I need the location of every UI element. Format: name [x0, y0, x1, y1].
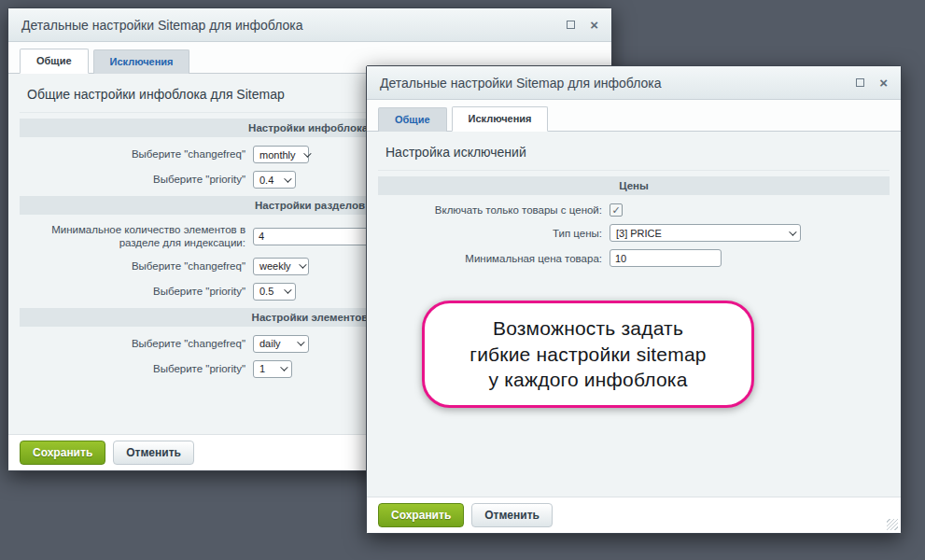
chevron-down-icon — [303, 149, 311, 157]
field-label: Выберите "changefreq" — [20, 337, 253, 350]
only-with-price-checkbox[interactable]: ✓ — [610, 203, 623, 217]
price-type-select[interactable]: [3] PRICE — [610, 224, 801, 242]
changefreq-select[interactable]: daily — [253, 335, 309, 353]
field-label: Минимальное количество элементов в разде… — [20, 223, 253, 250]
chevron-down-icon — [284, 175, 291, 182]
dialog-footer: Сохранить Отменить — [367, 497, 901, 533]
cancel-button[interactable]: Отменить — [113, 441, 194, 465]
field-label: Минимальная цена товара: — [378, 252, 610, 265]
priority-select[interactable]: 0.4 — [253, 171, 296, 189]
chevron-down-icon — [299, 261, 306, 269]
dialog-title: Детальные настройки Sitemap для инфоблок… — [380, 76, 662, 91]
field-row: Тип цены: [3] PRICE — [378, 224, 890, 242]
field-label: Выберите "priority" — [20, 285, 253, 298]
select-value: weekly — [259, 260, 291, 272]
field-label: Выберите "changefreq" — [20, 259, 253, 273]
priority-select[interactable]: 0.5 — [253, 283, 296, 301]
tab-general[interactable]: Общие — [378, 107, 447, 132]
changefreq-select[interactable]: weekly — [253, 258, 309, 275]
select-value: 1 — [259, 363, 265, 374]
field-label: Тип цены: — [378, 227, 610, 240]
page-title: Настройка исключений — [378, 139, 890, 171]
save-button[interactable]: Сохранить — [20, 441, 105, 465]
close-icon[interactable]: × — [590, 18, 598, 32]
close-icon[interactable]: × — [879, 76, 888, 90]
section-header-prices: Цены — [378, 176, 890, 195]
select-value: [3] PRICE — [616, 228, 662, 239]
min-price-input[interactable] — [610, 249, 722, 267]
maximize-icon[interactable] — [567, 21, 575, 29]
select-value: 0.5 — [259, 286, 273, 297]
tab-exclusions[interactable]: Исключения — [452, 106, 549, 132]
cancel-button[interactable]: Отменить — [471, 503, 553, 527]
field-label: Выберите "changefreq" — [20, 147, 253, 161]
priority-select[interactable]: 1 — [253, 360, 292, 378]
select-value: 0.4 — [259, 175, 273, 186]
field-label: Включать только товары с ценой: — [378, 203, 610, 217]
callout-line: гибкие настройки sitemap — [470, 342, 706, 368]
chevron-down-icon — [284, 287, 291, 294]
annotation-callout: Возможность задать гибкие настройки site… — [422, 301, 754, 408]
dialog-titlebar[interactable]: Детальные настройки Sitemap для инфоблок… — [367, 66, 901, 100]
chevron-down-icon — [297, 339, 304, 346]
dialog-title: Детальные настройки Sitemap для инфоблок… — [21, 18, 303, 33]
resize-grip[interactable] — [887, 519, 898, 530]
tab-exclusions[interactable]: Исключения — [93, 49, 190, 74]
chevron-down-icon — [280, 364, 287, 371]
select-value: monthly — [259, 149, 296, 161]
dialog-titlebar[interactable]: Детальные настройки Sitemap для инфоблок… — [8, 8, 611, 42]
sitemap-settings-dialog-exclusions: Детальные настройки Sitemap для инфоблок… — [366, 65, 902, 534]
tab-bar: Общие Исключения — [367, 100, 901, 132]
tab-general[interactable]: Общие — [20, 49, 89, 74]
field-row: Минимальная цена товара: — [378, 249, 890, 267]
field-row: Включать только товары с ценой: ✓ — [378, 203, 890, 217]
select-value: daily — [259, 338, 281, 349]
field-label: Выберите "priority" — [20, 173, 253, 186]
maximize-icon[interactable] — [856, 78, 864, 87]
changefreq-select[interactable]: monthly — [253, 146, 309, 163]
save-button[interactable]: Сохранить — [378, 503, 464, 527]
callout-line: у каждого инфоблока — [488, 367, 687, 393]
callout-line: Возможность задать — [493, 315, 683, 342]
field-label: Выберите "priority" — [20, 362, 253, 375]
chevron-down-icon — [789, 228, 796, 235]
check-icon: ✓ — [611, 204, 620, 217]
